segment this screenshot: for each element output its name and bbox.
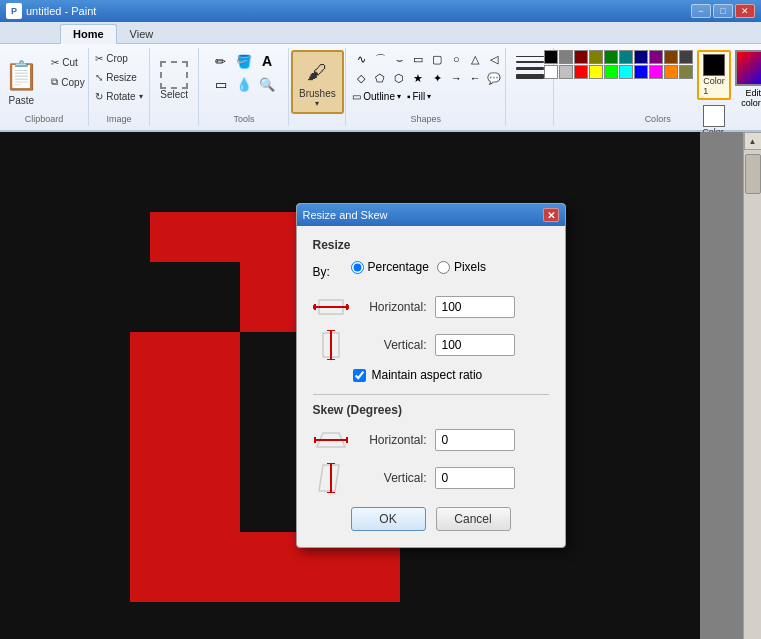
color-purple[interactable] xyxy=(649,50,663,64)
size-line-3[interactable] xyxy=(516,67,544,70)
pixels-radio[interactable]: Pixels xyxy=(437,260,486,274)
shape-rect[interactable]: ▭ xyxy=(409,50,427,68)
color1-button[interactable]: Color 1 xyxy=(697,50,731,100)
vertical-scrollbar[interactable]: ▲ ▼ xyxy=(743,132,761,639)
brushes-icon: 🖌 xyxy=(301,56,333,88)
fill-chevron: ▾ xyxy=(427,92,431,101)
fill-dropdown[interactable]: ▪ Fill ▾ xyxy=(407,91,431,102)
minimize-button[interactable]: − xyxy=(691,4,711,18)
horizontal-resize-input[interactable] xyxy=(435,296,515,318)
color-lime[interactable] xyxy=(604,65,618,79)
crop-button[interactable]: ✂ Crop xyxy=(90,50,133,67)
maximize-button[interactable]: □ xyxy=(713,4,733,18)
shape-arc[interactable]: ⌒ xyxy=(371,50,389,68)
percentage-radio-input[interactable] xyxy=(351,261,364,274)
dialog-titlebar: Resize and Skew ✕ xyxy=(297,204,565,226)
vertical-resize-input[interactable] xyxy=(435,334,515,356)
svg-marker-19 xyxy=(319,465,339,491)
color-darkred[interactable] xyxy=(574,50,588,64)
copy-button[interactable]: ⧉ Copy xyxy=(46,73,89,91)
shape-arrow-l[interactable]: ← xyxy=(466,69,484,87)
size-line-4[interactable] xyxy=(516,74,544,79)
outline-dropdown[interactable]: ▭ Outline ▾ xyxy=(352,91,401,102)
color-white[interactable] xyxy=(544,65,558,79)
cut-icon: ✂ xyxy=(51,57,59,68)
pencil-tool[interactable]: ✏ xyxy=(210,50,232,72)
app-icon: P xyxy=(6,3,22,19)
shape-rtriangle[interactable]: ◁ xyxy=(485,50,503,68)
magnifier-tool[interactable]: 🔍 xyxy=(256,73,278,95)
shape-triangle[interactable]: △ xyxy=(466,50,484,68)
color-picker-tool[interactable]: 💧 xyxy=(233,73,255,95)
color-navy[interactable] xyxy=(634,50,648,64)
scroll-up-button[interactable]: ▲ xyxy=(744,132,762,150)
title-bar: P untitled - Paint − □ ✕ xyxy=(0,0,761,22)
color-olive[interactable] xyxy=(589,50,603,64)
shape-wave[interactable]: ∿ xyxy=(352,50,370,68)
shape-star5[interactable]: ★ xyxy=(409,69,427,87)
dialog-divider xyxy=(313,394,549,395)
paste-icon: 📋 xyxy=(5,55,37,95)
resize-vertical-icon xyxy=(313,330,349,360)
color-blue[interactable] xyxy=(634,65,648,79)
color-green[interactable] xyxy=(604,50,618,64)
fill-tool[interactable]: 🪣 xyxy=(233,50,255,72)
rotate-button[interactable]: ↻ Rotate ▾ xyxy=(90,88,147,105)
outline-icon: ▭ xyxy=(352,91,361,102)
ribbon-group-colors: Color 1 Color 2 Editcolors Colors xyxy=(554,48,761,126)
color-silver[interactable] xyxy=(559,65,573,79)
ok-button[interactable]: OK xyxy=(351,507,426,531)
ribbon-tabs: Home View xyxy=(0,22,761,44)
color-gray[interactable] xyxy=(559,50,573,64)
color-teal[interactable] xyxy=(619,50,633,64)
resize-button[interactable]: ⤡ Resize xyxy=(90,69,142,86)
shape-pentagon[interactable]: ⬠ xyxy=(371,69,389,87)
select-button[interactable]: Select xyxy=(152,56,196,105)
color-khaki[interactable] xyxy=(679,65,693,79)
brushes-button[interactable]: 🖌 Brushes ▾ xyxy=(291,50,344,114)
dialog-close-button[interactable]: ✕ xyxy=(543,208,559,222)
maintain-aspect-checkbox[interactable] xyxy=(353,369,366,382)
shape-curve[interactable]: ⌣ xyxy=(390,50,408,68)
scroll-thumb[interactable] xyxy=(745,154,761,194)
copy-icon: ⧉ xyxy=(51,76,58,88)
paste-button[interactable]: 📋 Paste xyxy=(0,50,44,111)
shape-star4[interactable]: ✦ xyxy=(428,69,446,87)
vertical-resize-row: Vertical: xyxy=(313,330,549,360)
color-black[interactable] xyxy=(544,50,558,64)
skew-vertical-icon xyxy=(313,463,349,493)
shape-hexagon[interactable]: ⬡ xyxy=(390,69,408,87)
percentage-radio[interactable]: Percentage xyxy=(351,260,429,274)
color-darkgray[interactable] xyxy=(679,50,693,64)
tab-home[interactable]: Home xyxy=(60,24,117,44)
shape-arrow-r[interactable]: → xyxy=(447,69,465,87)
size-line-2[interactable] xyxy=(516,61,544,63)
canvas-area[interactable]: ▲ ▼ Resize and Skew ✕ Resize By: xyxy=(0,132,761,639)
ribbon-group-clipboard: 📋 Paste ✂ Cut ⧉ Copy Clipboard xyxy=(0,48,89,126)
edit-colors-button[interactable] xyxy=(735,50,761,86)
color-cyan[interactable] xyxy=(619,65,633,79)
color-yellow[interactable] xyxy=(589,65,603,79)
text-tool[interactable]: A xyxy=(256,50,278,72)
pixels-radio-input[interactable] xyxy=(437,261,450,274)
shape-callout[interactable]: 💬 xyxy=(485,69,503,87)
cut-button[interactable]: ✂ Cut xyxy=(46,54,89,71)
color-magenta[interactable] xyxy=(649,65,663,79)
color-orange[interactable] xyxy=(664,65,678,79)
shape-ellipse[interactable]: ○ xyxy=(447,50,465,68)
skew-vertical-input[interactable] xyxy=(435,467,515,489)
dialog-buttons: OK Cancel xyxy=(313,507,549,535)
size-line-1[interactable] xyxy=(516,56,544,57)
color-red[interactable] xyxy=(574,65,588,79)
tab-view[interactable]: View xyxy=(117,24,167,43)
shape-roundrect[interactable]: ▢ xyxy=(428,50,446,68)
eraser-tool[interactable]: ▭ xyxy=(210,73,232,95)
color-brown[interactable] xyxy=(664,50,678,64)
app-title: untitled - Paint xyxy=(26,5,96,17)
resize-section-title: Resize xyxy=(313,238,549,252)
shape-diamond[interactable]: ◇ xyxy=(352,69,370,87)
outline-chevron: ▾ xyxy=(397,92,401,101)
skew-horizontal-input[interactable] xyxy=(435,429,515,451)
close-button[interactable]: ✕ xyxy=(735,4,755,18)
cancel-button[interactable]: Cancel xyxy=(436,507,511,531)
